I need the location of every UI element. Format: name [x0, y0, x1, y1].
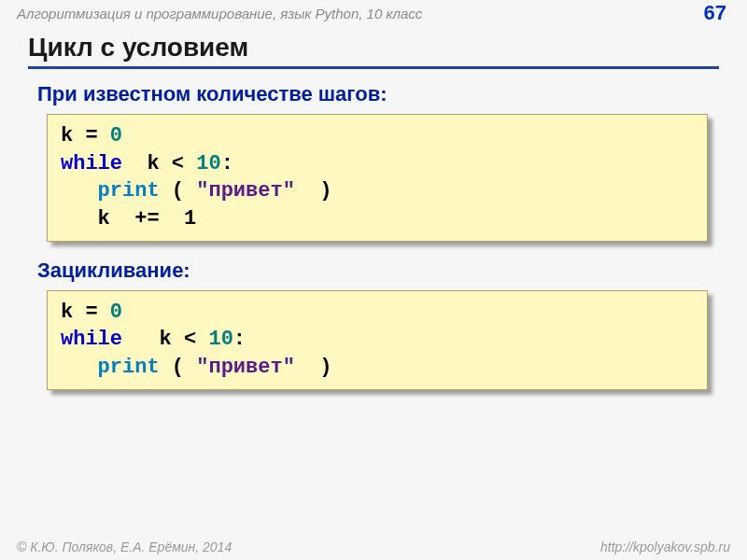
course-title: Алгоритмизация и программирование, язык …: [17, 6, 422, 21]
slide-header: Алгоритмизация и программирование, язык …: [0, 0, 747, 26]
section-heading-1: При известном количестве шагов:: [37, 82, 713, 106]
code-text: k = 0 while k < 10: print ( "привет" ) k…: [61, 124, 331, 231]
footer-url: http://kpolyakov.spb.ru: [600, 539, 730, 554]
footer-authors: © К.Ю. Поляков, Е.А. Ерёмин, 2014: [17, 539, 232, 554]
section-heading-2: Зацикливание:: [37, 259, 713, 283]
slide-title: Цикл с условием: [28, 33, 719, 63]
code-block-1: k = 0 while k < 10: print ( "привет" ) k…: [47, 114, 708, 242]
page-number: 67: [704, 1, 726, 25]
slide: Алгоритмизация и программирование, язык …: [0, 0, 747, 560]
slide-body: При известном количестве шагов: k = 0 wh…: [34, 77, 713, 407]
code-block-2: k = 0 while k < 10: print ( "привет" ): [47, 290, 708, 390]
title-underline: [28, 66, 719, 69]
title-block: Цикл с условием: [28, 33, 719, 69]
code-text: k = 0 while k < 10: print ( "привет" ): [61, 301, 331, 379]
slide-footer: © К.Ю. Поляков, Е.А. Ерёмин, 2014 http:/…: [0, 539, 747, 554]
